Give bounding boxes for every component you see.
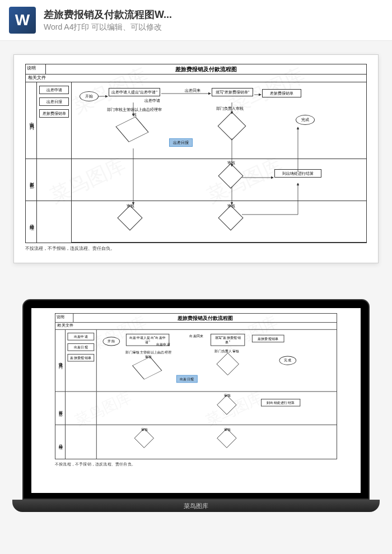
node-dept-review: 部门审核主管级以上由总经理审核 xyxy=(106,107,162,117)
flowchart-body: 申请部门 财务部 总经理 出差申请 出差日报 差旅费报销单 xyxy=(26,82,366,243)
n1note-lp: 出差申请 xyxy=(156,342,170,346)
footer-lp: 不按流程，不予报销，违反流程、责任自负。 xyxy=(55,459,337,469)
flowchart-title-lp: 差旅费报销及付款流程图 xyxy=(73,314,337,322)
header-label: 说明 xyxy=(26,64,46,74)
start-node: 开始 xyxy=(80,91,99,101)
section-label-lp-1: 申请部门 xyxy=(55,330,65,392)
node-finance-review: 审核 xyxy=(227,160,235,165)
docs-label-lp: 相关文件 xyxy=(55,323,81,329)
laptop-screen: 菜鸟图库 菜鸟图库 菜鸟图库 菜鸟图库 说明 差旅费报销及付款流程图 相关文件 xyxy=(22,299,370,500)
diamond-3 xyxy=(218,164,243,189)
node-request: 出差申请人提出"出差申请" xyxy=(109,88,160,96)
doc-box-1: 出差申请 xyxy=(39,86,69,94)
hl-lp: 出差日报 xyxy=(176,375,198,383)
diamond-1 xyxy=(115,117,148,142)
document-title: 差旅费报销及付款流程图W... xyxy=(44,8,383,21)
section-label-2: 财务部 xyxy=(26,159,36,201)
ret-lp: 出差回来 xyxy=(189,334,203,338)
word-icon xyxy=(9,7,36,34)
header-text: 差旅费报销及付款流程图W... Word A4打印 可以编辑、可以修改 xyxy=(44,8,383,32)
doc-box-lp-3: 差旅费报销单 xyxy=(67,354,94,362)
section-label-3: 总经理 xyxy=(26,201,36,243)
start-lp: 开始 xyxy=(103,337,120,346)
docs-row: 相关文件 xyxy=(26,75,366,82)
n6-lp: 审核 xyxy=(141,427,148,432)
flowchart-title-row: 说明 差旅费报销及付款流程图 xyxy=(26,64,366,75)
note-form: 差旅费报销单 xyxy=(262,89,301,97)
doc-box-lp-1: 出差申请 xyxy=(67,333,94,341)
node-head-review: 部门负责人审核 xyxy=(216,106,244,111)
laptop-brand: 菜鸟图库 xyxy=(184,502,208,510)
n3note-lp: 差旅费报销单 xyxy=(252,335,284,343)
flowchart-laptop: 说明 差旅费报销及付款流程图 相关文件 申请部门 财务部 总经理 xyxy=(55,313,337,459)
laptop-section: 菜鸟图库 菜鸟图库 菜鸟图库 菜鸟图库 说明 差旅费报销及付款流程图 相关文件 xyxy=(0,277,392,529)
d2-lp xyxy=(216,353,239,376)
flow-area: 开始 出差申请人提出"出差申请" 出差申请 部门审核主管级以上由总经理审核 出差… xyxy=(72,82,366,243)
document-subtitle: Word A4打印 可以编辑、可以修改 xyxy=(44,22,383,32)
section-label-lp-2: 财务部 xyxy=(55,392,65,425)
doc-section-1: 出差申请 出差日报 差旅费报销单 xyxy=(37,82,71,159)
n7-lp: 审核 xyxy=(224,427,231,432)
end-node: 完成 xyxy=(296,115,315,125)
page-header: 差旅费报销及付款流程图W... Word A4打印 可以编辑、可以修改 xyxy=(0,0,392,41)
flowchart-title: 差旅费报销及付款流程图 xyxy=(46,64,366,74)
flow-section-2: 审核 到出纳处进行结算 xyxy=(72,159,366,201)
n8-lp: 到出纳处进行结算 xyxy=(261,399,300,407)
node-settlement: 到出纳处进行结算 xyxy=(274,169,321,178)
docs-label: 相关文件 xyxy=(26,75,54,82)
highlight-daily-report: 出差日报 xyxy=(169,138,193,147)
diamond-5 xyxy=(218,205,243,230)
node-gm-review-1: 审核 xyxy=(127,203,134,208)
header-label-lp: 说明 xyxy=(55,314,73,322)
flow-section-3: 审核 审核 xyxy=(72,201,366,243)
doc-box-lp-2: 出差日报 xyxy=(67,343,94,351)
footer-note: 不按流程，不予报销，违反流程、责任自负。 xyxy=(25,243,367,254)
doc-section-2 xyxy=(37,159,71,201)
laptop-mockup: 菜鸟图库 菜鸟图库 菜鸟图库 菜鸟图库 说明 差旅费报销及付款流程图 相关文件 xyxy=(22,299,370,512)
node-fill-form: 填写"差旅费报销单" xyxy=(212,88,253,96)
diamond-4 xyxy=(117,205,142,230)
n5-lp: 审核 xyxy=(224,393,231,397)
node-gm-review-2: 审核 xyxy=(227,203,235,208)
diamond-2 xyxy=(218,112,246,141)
preview-area: 菜鸟图库 菜鸟图库 菜鸟图库 菜鸟图库 说明 差旅费报销及付款流程图 相关文件 … xyxy=(0,41,392,277)
flowchart: 说明 差旅费报销及付款流程图 相关文件 申请部门 财务部 总经理 出差申请 xyxy=(25,64,367,243)
doc-box-3: 差旅费报销单 xyxy=(39,109,69,118)
doc-box-2: 出差日报 xyxy=(39,97,69,106)
note-request: 出差申请 xyxy=(144,98,160,103)
doc-section-3 xyxy=(37,201,71,243)
section-label-lp-3: 总经理 xyxy=(55,425,65,459)
section-label-1: 申请部门 xyxy=(26,82,36,159)
laptop-content: 菜鸟图库 菜鸟图库 菜鸟图库 菜鸟图库 说明 差旅费报销及付款流程图 相关文件 xyxy=(31,308,361,493)
doc-column: 出差申请 出差日报 差旅费报销单 xyxy=(37,82,72,243)
d1-lp xyxy=(132,357,162,380)
d3-lp xyxy=(217,395,237,415)
flow-section-1: 开始 出差申请人提出"出差申请" 出差申请 部门审核主管级以上由总经理审核 出差… xyxy=(72,82,366,159)
note-return: 出差回来 xyxy=(185,88,200,93)
end-lp: 完成 xyxy=(279,356,296,365)
n3-lp: 填写"差旅费报销单" xyxy=(211,334,245,346)
document-page: 菜鸟图库 菜鸟图库 菜鸟图库 菜鸟图库 说明 差旅费报销及付款流程图 相关文件 … xyxy=(13,54,379,263)
document-page-laptop: 菜鸟图库 菜鸟图库 菜鸟图库 菜鸟图库 说明 差旅费报销及付款流程图 相关文件 xyxy=(48,308,344,474)
section-labels: 申请部门 财务部 总经理 xyxy=(26,82,37,243)
laptop-base: 菜鸟图库 xyxy=(12,500,380,512)
